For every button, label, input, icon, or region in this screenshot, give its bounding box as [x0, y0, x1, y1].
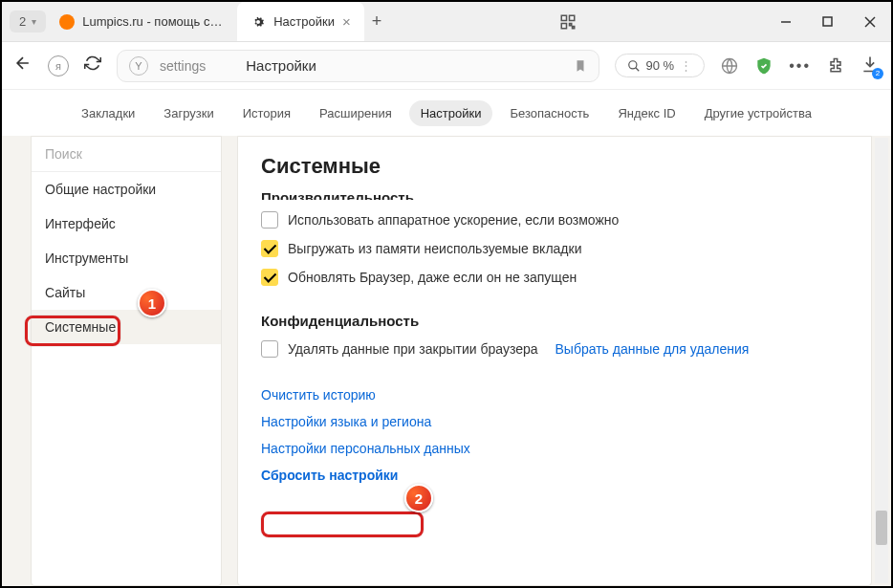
settings-nav-tabs: Закладки Загрузки История Расширения Нас…: [2, 90, 891, 136]
svg-rect-4: [572, 26, 574, 28]
maximize-button[interactable]: [807, 2, 849, 42]
option-update-browser[interactable]: Обновлять Браузер, даже если он не запущ…: [261, 269, 848, 286]
tab-title: Lumpics.ru - помощь с ко: [82, 14, 224, 29]
page-heading: Системные: [261, 154, 848, 179]
sidebar-item-system[interactable]: Системные: [32, 310, 221, 344]
sidebar-item-tools[interactable]: Инструменты: [32, 241, 221, 275]
svg-rect-1: [569, 15, 574, 20]
option-clear-on-close[interactable]: Удалять данные при закрытии браузера Выб…: [261, 340, 848, 358]
sidebar-item-interface[interactable]: Интерфейс: [32, 207, 221, 241]
svg-rect-3: [569, 23, 571, 25]
address-bar: settings Настройки 90 % ⋮ ••• 2: [2, 42, 891, 90]
bookmark-icon[interactable]: [574, 58, 587, 74]
tab-other-devices[interactable]: Другие устройства: [693, 100, 823, 126]
window-controls: [765, 2, 891, 42]
settings-main-panel: Системные Производительность Использоват…: [237, 136, 872, 586]
close-window-button[interactable]: [849, 2, 891, 42]
sidebar-item-sites[interactable]: Сайты: [32, 275, 221, 310]
tab-yandexid[interactable]: Яндекс ID: [606, 100, 686, 126]
option-label: Выгружать из памяти неиспользуемые вклад…: [288, 241, 581, 256]
tab-extensions[interactable]: Расширения: [308, 100, 403, 126]
window-titlebar: 2 ▾ Lumpics.ru - помощь с ко Настройки ×…: [2, 2, 891, 42]
zoom-indicator[interactable]: 90 % ⋮: [615, 54, 706, 77]
option-label: Использовать аппаратное ускорение, если …: [288, 212, 619, 228]
scrollbar-track[interactable]: [875, 138, 888, 583]
option-label: Удалять данные при закрытии браузера: [288, 341, 538, 357]
new-tab-button[interactable]: +: [372, 11, 382, 32]
omnibox[interactable]: settings Настройки: [117, 50, 599, 82]
tab-settings[interactable]: Настройки: [409, 100, 493, 126]
link-language-region[interactable]: Настройки языка и региона: [261, 414, 431, 429]
zoom-value: 90 %: [646, 58, 675, 73]
checkbox-unchecked[interactable]: [261, 211, 278, 229]
svg-line-10: [635, 67, 639, 71]
option-hardware-accel[interactable]: Использовать аппаратное ускорение, если …: [261, 211, 848, 229]
magnify-icon: [627, 59, 641, 73]
close-tab-icon[interactable]: ×: [342, 13, 351, 30]
section-performance: Производительность: [261, 190, 848, 200]
svg-rect-6: [823, 17, 832, 26]
sidebar-search-input[interactable]: Поиск: [32, 137, 221, 172]
tab-group-chip[interactable]: 2 ▾: [10, 11, 46, 33]
more-menu-button[interactable]: •••: [789, 57, 811, 75]
reload-button[interactable]: [84, 54, 101, 76]
option-unload-tabs[interactable]: Выгружать из памяти неиспользуемые вклад…: [261, 240, 848, 257]
downloads-button[interactable]: 2: [860, 54, 880, 77]
back-button[interactable]: [13, 54, 33, 77]
qr-icon[interactable]: [559, 13, 577, 31]
downloads-badge: 2: [872, 68, 883, 79]
checkbox-checked[interactable]: [261, 269, 278, 286]
settings-sidebar: Поиск Общие настройки Интерфейс Инструме…: [31, 136, 222, 586]
option-label: Обновлять Браузер, даже если он не запущ…: [288, 270, 577, 285]
link-clear-history[interactable]: Очистить историю: [261, 387, 376, 403]
content-area: Поиск Общие настройки Интерфейс Инструме…: [2, 136, 891, 586]
svg-rect-2: [561, 23, 566, 28]
tab-downloads[interactable]: Загрузки: [152, 100, 225, 126]
checkbox-checked[interactable]: [261, 240, 278, 257]
shield-icon[interactable]: [754, 56, 773, 76]
link-choose-data[interactable]: Выбрать данные для удаления: [555, 341, 750, 357]
tab-bookmarks[interactable]: Закладки: [70, 100, 146, 126]
tab-group-count: 2: [19, 14, 26, 29]
gear-icon: [250, 14, 266, 30]
link-personal-data[interactable]: Настройки персональных данных: [261, 441, 470, 456]
site-favicon-icon: [59, 14, 75, 30]
scrollbar-thumb[interactable]: [876, 511, 887, 545]
tab-title: Настройки: [273, 14, 335, 29]
extensions-icon[interactable]: [826, 56, 845, 76]
tab-security[interactable]: Безопасность: [498, 100, 600, 126]
svg-point-9: [628, 60, 636, 68]
globe-icon[interactable]: [720, 56, 739, 76]
svg-rect-0: [561, 15, 566, 20]
tab-history[interactable]: История: [231, 100, 302, 126]
browser-tab-lumpics[interactable]: Lumpics.ru - помощь с ко: [46, 2, 237, 41]
yandex-icon[interactable]: [48, 55, 69, 76]
url-page-title: Настройки: [246, 57, 316, 74]
sidebar-item-general[interactable]: Общие настройки: [32, 172, 221, 207]
minimize-button[interactable]: [765, 2, 807, 42]
section-privacy: Конфиденциальность: [261, 313, 848, 329]
chevron-down-icon: ▾: [32, 16, 36, 27]
site-identity-icon: [129, 56, 148, 76]
action-links-group: Очистить историю Настройки языка и регио…: [261, 386, 848, 484]
link-reset-settings[interactable]: Сбросить настройки: [261, 468, 398, 483]
url-text: settings: [160, 58, 206, 74]
checkbox-unchecked[interactable]: [261, 340, 278, 358]
browser-tab-settings[interactable]: Настройки ×: [237, 2, 364, 41]
